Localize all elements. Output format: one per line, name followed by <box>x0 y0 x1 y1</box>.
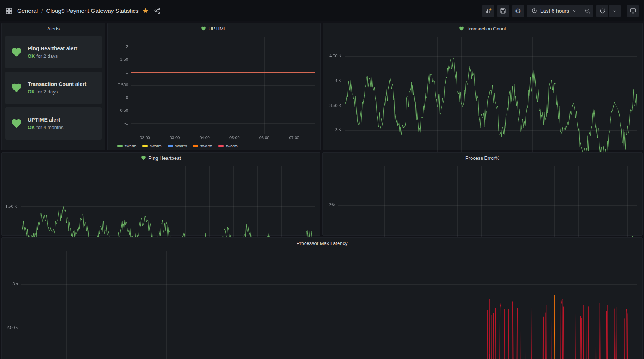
legend-label: swarm <box>175 144 187 148</box>
time-range-label: Last 6 hours <box>540 8 569 14</box>
add-panel-button[interactable] <box>482 5 494 17</box>
top-navbar: General / Cloug9 Payment Gateway Statist… <box>0 0 644 21</box>
breadcrumb: General / Cloug9 Payment Gateway Statist… <box>17 8 139 14</box>
alert-list-item[interactable]: Ping Heartbeat alert OK for 2 days <box>5 36 102 68</box>
navbar-actions: ⚙ Last 6 hours <box>482 5 639 17</box>
legend-item[interactable]: swarm <box>193 144 212 148</box>
legend-swatch-icon <box>117 145 123 147</box>
save-dashboard-button[interactable] <box>497 5 509 17</box>
chevron-down-icon <box>572 9 577 13</box>
legend-item[interactable]: swarm <box>168 144 187 148</box>
legend-label: swarm <box>149 144 161 148</box>
dashboard-settings-button[interactable]: ⚙ <box>512 5 524 17</box>
alert-state: OK <box>28 125 35 130</box>
uptime-legend: swarmswarmswarmswarmswarm <box>108 142 320 150</box>
refresh-button[interactable] <box>596 5 608 17</box>
legend-label: swarm <box>200 144 212 148</box>
panel-title: Transaction Count <box>466 26 506 32</box>
clock-icon <box>532 8 537 14</box>
alert-duration: for 4 months <box>36 125 63 130</box>
alert-name: Ping Heartbeat alert <box>28 45 77 51</box>
grafana-dashboard: General / Cloug9 Payment Gateway Statist… <box>0 0 644 359</box>
legend-item[interactable]: swarm <box>117 144 136 148</box>
heart-ok-icon <box>201 26 206 31</box>
panel-uptime: UPTIME swarmswarmswarmswarmswarm <box>107 23 321 150</box>
alert-list: Ping Heartbeat alert OK for 2 days <box>2 34 105 142</box>
alert-name: Transaction Count alert <box>28 81 86 87</box>
uptime-panel-header[interactable]: UPTIME <box>108 23 320 34</box>
dashboards-grid-icon[interactable] <box>5 7 13 15</box>
heart-ok-icon <box>459 26 464 31</box>
panel-processor-max-latency: Processor Max Latency <box>1 237 643 359</box>
legend-swatch-icon <box>142 145 148 147</box>
alert-state: OK <box>28 53 35 59</box>
panel-title: Ping Heartbeat <box>148 155 181 161</box>
panel-transaction-count: Transaction Count TX Count <box>323 23 643 150</box>
panel-ping-heartbeat: Ping Heartbeat Ping Heartbeat <box>1 152 320 236</box>
ping-heartbeat-panel-header[interactable]: Ping Heartbeat <box>2 153 320 163</box>
breadcrumb-separator: / <box>41 8 43 14</box>
panel-title: Alerts <box>47 26 60 32</box>
zoom-out-time-button[interactable] <box>581 5 593 17</box>
transaction-count-panel-header[interactable]: Transaction Count <box>323 23 642 34</box>
legend-item[interactable]: swarm <box>218 144 238 148</box>
panel-process-error: Process Error% Avg Processor Error <box>322 152 643 236</box>
processor-max-latency-chart[interactable] <box>2 248 642 359</box>
legend-swatch-icon <box>218 145 224 147</box>
refresh-controls <box>596 5 621 17</box>
dashboard-grid: Alerts Ping Heartbeat alert OK for 2 day… <box>0 21 644 359</box>
share-icon[interactable] <box>154 8 160 14</box>
alert-state: OK <box>28 89 35 95</box>
legend-swatch-icon <box>168 145 173 147</box>
legend-label: swarm <box>226 144 238 148</box>
heart-ok-icon <box>11 47 22 58</box>
panel-alerts: Alerts Ping Heartbeat alert OK for 2 day… <box>1 23 105 150</box>
processor-max-latency-panel-header[interactable]: Processor Max Latency <box>2 238 642 248</box>
heart-ok-icon <box>11 118 22 129</box>
gear-icon: ⚙ <box>515 8 521 14</box>
process-error-panel-header[interactable]: Process Error% <box>323 153 642 163</box>
alert-list-item[interactable]: Transaction Count alert OK for 2 days <box>5 72 102 104</box>
kiosk-tv-button[interactable] <box>627 5 639 17</box>
legend-label: swarm <box>124 144 136 148</box>
alert-list-item[interactable]: UPTIME alert OK for 4 months <box>5 107 102 140</box>
alert-name: UPTIME alert <box>28 117 63 123</box>
panel-title: UPTIME <box>208 26 227 32</box>
time-controls: Last 6 hours <box>527 5 593 17</box>
time-range-picker[interactable]: Last 6 hours <box>527 5 581 17</box>
legend-swatch-icon <box>193 145 198 147</box>
page-title: Cloug9 Payment Gateway Statistics <box>46 8 138 14</box>
panel-title: Process Error% <box>465 155 499 161</box>
alert-duration: for 2 days <box>36 89 58 95</box>
alerts-panel-header[interactable]: Alerts <box>2 23 105 34</box>
heart-ok-icon <box>141 155 146 161</box>
heart-ok-icon <box>11 82 22 93</box>
uptime-chart[interactable] <box>108 34 320 142</box>
alert-duration: for 2 days <box>36 53 58 59</box>
panel-title: Processor Max Latency <box>297 240 348 246</box>
breadcrumb-section[interactable]: General <box>17 8 38 14</box>
favorite-star-icon[interactable] <box>142 8 149 14</box>
refresh-interval-dropdown[interactable] <box>609 5 621 17</box>
legend-item[interactable]: swarm <box>142 144 161 148</box>
